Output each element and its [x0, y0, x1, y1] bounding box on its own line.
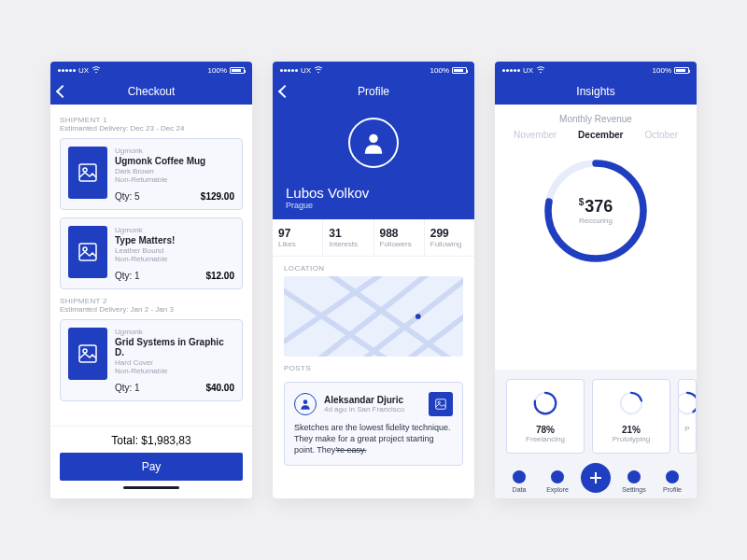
svg-rect-5 — [79, 345, 96, 362]
total-label: Total: $1,983,83 — [60, 434, 243, 447]
price-label: $12.00 — [205, 271, 234, 281]
post-body-strike: 're easy. — [335, 445, 366, 455]
stat-likes[interactable]: 97Likes — [273, 219, 323, 256]
post-thumb — [429, 392, 453, 416]
home-indicator[interactable] — [123, 486, 179, 489]
product-return-policy: Non-Returnable — [115, 255, 234, 263]
wifi-icon — [92, 66, 101, 74]
stat-value: 31 — [329, 227, 367, 240]
product-return-policy: Non-Returnable — [115, 367, 234, 375]
stat-label: Likes — [278, 240, 317, 248]
status-bar: UX 100% — [495, 62, 697, 78]
post-body-text: Sketches are the lowest fidelity techniq… — [294, 423, 451, 455]
stat-label: Following — [430, 240, 469, 248]
tab-label: Explore — [546, 486, 569, 493]
product-title: Ugmonk Coffee Mug — [115, 156, 234, 166]
avatar[interactable] — [348, 118, 399, 168]
svg-point-2 — [83, 168, 87, 172]
wifi-icon — [314, 66, 323, 74]
tab-label: Settings — [622, 486, 645, 493]
brand-label: Ugmonk — [115, 226, 234, 234]
back-chevron-icon[interactable] — [56, 85, 69, 98]
section-title: Monthly Revenue — [495, 114, 697, 124]
page-title: Insights — [576, 85, 614, 98]
month-prev[interactable]: November — [514, 130, 557, 140]
back-chevron-icon[interactable] — [278, 85, 291, 98]
svg-point-4 — [83, 247, 87, 251]
checkout-footer: Total: $1,983,83 Pay — [50, 426, 252, 498]
category-label: P — [684, 425, 689, 433]
battery-icon — [230, 67, 245, 74]
category-label: Freelancing — [526, 435, 565, 443]
map-preview[interactable] — [284, 276, 463, 357]
ring-icon — [617, 389, 645, 417]
cart-item[interactable]: Ugmonk Type Matters! Leather Bound Non-R… — [60, 217, 243, 289]
image-icon — [77, 161, 99, 184]
product-variant: Hard Cover — [115, 358, 234, 367]
image-icon — [434, 398, 447, 411]
tab-settings[interactable]: Settings — [617, 470, 651, 493]
brand-label: Ugmonk — [115, 328, 234, 336]
svg-point-19 — [438, 401, 440, 403]
product-title: Type Matters! — [115, 235, 234, 245]
stat-interests[interactable]: 31Interests — [323, 219, 374, 256]
stat-label: Followers — [380, 240, 418, 248]
cart-item[interactable]: Ugmonk Ugmonk Coffee Mug Dark Brown Non-… — [60, 138, 243, 210]
shipment-eta: Estimanted Delivery: Jan 2 - Jan 3 — [60, 305, 243, 314]
phone-profile: UX 100% Profile Lubos Volkov Prague 97Li… — [273, 62, 474, 498]
gauge-value: $376 — [579, 197, 613, 217]
category-cards[interactable]: 78% Freelancing 21% Prototyping P — [495, 370, 697, 454]
signal-dots-icon — [280, 69, 298, 72]
gauge-label: Reccuring — [579, 217, 613, 225]
svg-rect-3 — [79, 244, 96, 260]
shipment-header: SHIPMENT 2 — [60, 297, 243, 305]
cart-item[interactable]: Ugmonk Grid Systems in Graphic D. Hard C… — [60, 319, 243, 401]
tab-add[interactable] — [579, 463, 613, 493]
svg-point-7 — [317, 72, 319, 74]
pay-button[interactable]: Pay — [60, 453, 243, 481]
svg-rect-1 — [79, 164, 96, 181]
product-thumb — [68, 147, 107, 199]
category-pct: 78% — [536, 425, 555, 435]
dot-icon — [551, 470, 564, 483]
profile-city: Prague — [286, 201, 313, 210]
category-card-partial[interactable]: P — [678, 379, 697, 454]
qty-label: Qty: 1 — [115, 383, 140, 393]
tab-bar: Data Explore Settings Profile — [495, 454, 697, 498]
tab-data[interactable]: Data — [502, 470, 536, 493]
map-icon — [284, 276, 463, 357]
currency-symbol: $ — [579, 197, 585, 207]
post-meta: 4d ago in San Francisco — [324, 405, 421, 413]
post-author: Aleksandar Djuric — [324, 395, 421, 405]
nav-bar: Profile — [273, 78, 474, 105]
product-variant: Dark Brown — [115, 167, 234, 175]
product-title: Grid Systems in Graphic D. — [115, 337, 234, 357]
category-card-prototyping[interactable]: 21% Prototyping — [592, 379, 670, 454]
user-icon — [360, 130, 387, 156]
phone-insights: UX 100% Insights Monthly Revenue Novembe… — [495, 62, 697, 498]
carrier-label: UX — [78, 66, 89, 75]
stat-following[interactable]: 299Following — [425, 219, 474, 256]
category-label: Prototyping — [613, 435, 650, 443]
stat-followers[interactable]: 988Followers — [374, 219, 425, 256]
status-bar: UX 100% — [273, 62, 474, 78]
month-selector[interactable]: November December October — [495, 124, 697, 140]
post-body: Sketches are the lowest fidelity techniq… — [294, 422, 453, 455]
month-current[interactable]: December — [578, 130, 623, 140]
dot-icon — [513, 470, 526, 483]
post-card[interactable]: Aleksandar Djuric 4d ago in San Francisc… — [284, 382, 463, 466]
nav-bar: Checkout — [50, 78, 252, 105]
product-return-policy: Non-Returnable — [115, 175, 234, 184]
tab-profile[interactable]: Profile — [655, 470, 689, 493]
profile-name: Lubos Volkov — [286, 185, 369, 201]
tab-explore[interactable]: Explore — [541, 470, 574, 493]
stat-value: 299 — [430, 227, 469, 240]
category-card-freelancing[interactable]: 78% Freelancing — [506, 379, 585, 454]
product-thumb — [68, 328, 107, 380]
qty-label: Qty: 1 — [115, 271, 140, 281]
price-label: $129.00 — [201, 191, 234, 202]
battery-pct: 100% — [430, 66, 449, 75]
month-next[interactable]: October — [644, 130, 678, 140]
product-thumb — [68, 226, 107, 278]
status-bar: UX 100% — [50, 62, 252, 78]
